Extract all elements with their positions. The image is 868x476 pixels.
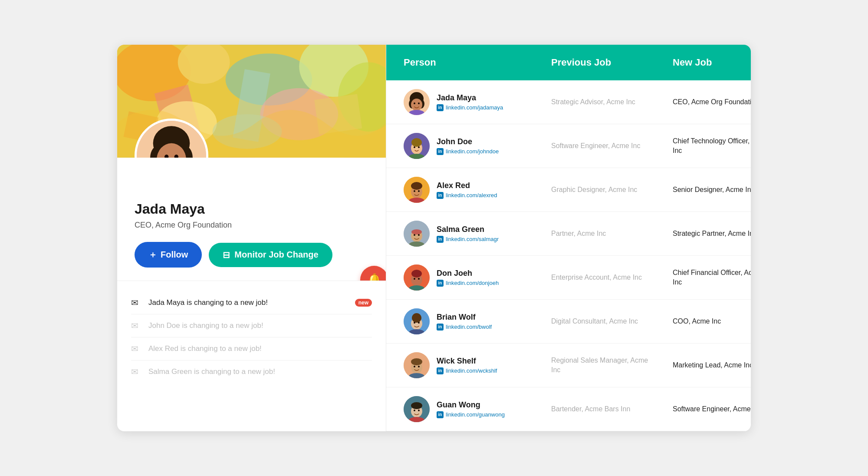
linkedin-link[interactable]: in linkedin.com/guanwong — [437, 411, 505, 418]
person-name: Wick Shelf — [437, 357, 497, 366]
svg-point-41 — [418, 190, 420, 192]
svg-point-65 — [418, 366, 420, 367]
svg-point-27 — [411, 99, 422, 111]
table-row: Alex Red in linkedin.com/alexred Graphic… — [386, 168, 751, 212]
svg-point-29 — [418, 102, 420, 104]
right-panel: Person Previous Job New Job When Jada Ma… — [386, 45, 751, 431]
person-info: Guan Wong in linkedin.com/guanwong — [437, 400, 505, 418]
svg-point-71 — [418, 410, 420, 411]
person-info: Jada Maya in linkedin.com/jadamaya — [437, 93, 503, 111]
main-container: 🔔 ↗ Jada Maya CEO, Acme Org Foundation ＋… — [117, 45, 751, 431]
svg-point-35 — [418, 146, 420, 148]
notification-item-3: ✉ Alex Red is changing to a new job! — [131, 337, 372, 360]
col-person: Person — [397, 45, 544, 80]
linkedin-icon: in — [437, 104, 444, 111]
person-avatar — [404, 89, 430, 115]
svg-rect-45 — [411, 229, 422, 235]
person-info: Salma Green in linkedin.com/salmagr — [437, 225, 499, 243]
linkedin-url: linkedin.com/guanwong — [446, 411, 505, 418]
linkedin-link[interactable]: in linkedin.com/johndoe — [437, 148, 499, 155]
profile-banner — [117, 45, 386, 158]
linkedin-icon: in — [437, 192, 444, 199]
prev-job-cell: Partner, Acme Inc — [544, 220, 666, 247]
person-name: Brian Wolf — [437, 313, 492, 322]
person-cell: Jada Maya in linkedin.com/jadamaya — [397, 80, 544, 124]
new-job-cell: Strategic Partner, Acme Inc — [666, 220, 751, 247]
follow-button[interactable]: ＋ Follow — [135, 242, 202, 268]
notification-text-4: Salma Green is changing to a new job! — [148, 367, 275, 376]
notification-text-2: John Doe is changing to a new job! — [148, 321, 263, 330]
person-info: Brian Wolf in linkedin.com/bwolf — [437, 313, 492, 331]
svg-point-57 — [412, 313, 421, 323]
table-header: Person Previous Job New Job When — [386, 45, 751, 80]
table-row: Guan Wong in linkedin.com/guanwong Barte… — [386, 387, 751, 431]
prev-job-cell: Software Engineer, Acme Inc — [544, 132, 666, 159]
linkedin-icon: in — [437, 324, 444, 331]
linkedin-url: linkedin.com/donjoeh — [446, 280, 499, 286]
svg-point-40 — [414, 190, 415, 192]
notification-item-2: ✉ John Doe is changing to a new job! — [131, 314, 372, 337]
svg-point-69 — [411, 402, 422, 409]
person-avatar — [404, 396, 430, 422]
new-job-cell: Chief Technology Officer, Acme Inc — [666, 128, 751, 165]
person-name: Jada Maya — [437, 93, 503, 102]
person-name: John Doe — [437, 137, 499, 146]
new-job-cell: CEO, Acme Org Foundation — [666, 89, 751, 116]
prev-job-cell: Digital Consultant, Acme Inc — [544, 308, 666, 335]
action-buttons: ＋ Follow ⊟ Monitor Job Change — [135, 242, 368, 268]
linkedin-link[interactable]: in linkedin.com/donjoeh — [437, 280, 499, 287]
notification-text-3: Alex Red is changing to a new job! — [148, 344, 262, 353]
table-row: Brian Wolf in linkedin.com/bwolf Digital… — [386, 300, 751, 344]
table-row: Wick Shelf in linkedin.com/wckshlf Regio… — [386, 344, 751, 387]
new-job-cell: COO, Acme Inc — [666, 308, 751, 335]
svg-point-64 — [414, 366, 415, 367]
person-name: Salma Green — [437, 225, 499, 234]
profile-title: CEO, Acme Org Foundation — [135, 221, 368, 230]
linkedin-link[interactable]: in linkedin.com/bwolf — [437, 324, 492, 331]
notifications-panel: ✉ Jada Maya is changing to a new job! ne… — [117, 281, 386, 393]
prev-job-cell: Enterprise Account, Acme Inc — [544, 264, 666, 291]
linkedin-url: linkedin.com/wckshlf — [446, 367, 497, 374]
linkedin-link[interactable]: in linkedin.com/wckshlf — [437, 367, 497, 374]
table-row: Jada Maya in linkedin.com/jadamaya Strat… — [386, 80, 751, 124]
linkedin-link[interactable]: in linkedin.com/salmagr — [437, 236, 499, 243]
person-info: Don Joeh in linkedin.com/donjoeh — [437, 269, 499, 287]
linkedin-url: linkedin.com/salmagr — [446, 236, 499, 242]
person-info: Wick Shelf in linkedin.com/wckshlf — [437, 357, 497, 374]
svg-point-58 — [414, 322, 415, 324]
linkedin-icon: in — [437, 148, 444, 155]
monitor-label: Monitor Job Change — [234, 250, 318, 260]
prev-job-cell: Strategic Advisor, Acme Inc — [544, 89, 666, 116]
monitor-job-change-button[interactable]: ⊟ Monitor Job Change — [209, 243, 332, 267]
svg-point-34 — [414, 146, 415, 148]
prev-job-cell: Graphic Designer, Acme Inc — [544, 176, 666, 203]
svg-point-63 — [411, 358, 422, 365]
person-cell: Don Joeh in linkedin.com/donjoeh — [397, 256, 544, 299]
col-new-job: New Job — [666, 45, 751, 80]
svg-point-46 — [414, 234, 415, 236]
notification-item-4: ✉ Salma Green is changing to a new job! — [131, 360, 372, 383]
envelope-icon-3: ✉ — [131, 344, 141, 354]
svg-point-28 — [414, 102, 415, 104]
person-name: Don Joeh — [437, 269, 499, 278]
person-cell: Salma Green in linkedin.com/salmagr — [397, 212, 544, 255]
profile-card: 🔔 ↗ Jada Maya CEO, Acme Org Foundation ＋… — [117, 45, 386, 281]
svg-point-33 — [411, 138, 422, 147]
person-avatar — [404, 352, 430, 378]
person-info: Alex Red in linkedin.com/alexred — [437, 181, 497, 199]
linkedin-link[interactable]: in linkedin.com/alexred — [437, 192, 497, 199]
linkedin-link[interactable]: in linkedin.com/jadamaya — [437, 104, 503, 111]
svg-point-39 — [411, 182, 422, 190]
linkedin-icon: in — [437, 280, 444, 287]
notification-text-1: Jada Maya is changing to a new job! — [148, 298, 268, 307]
svg-point-47 — [418, 234, 420, 236]
person-avatar — [404, 221, 430, 247]
person-info: John Doe in linkedin.com/johndoe — [437, 137, 499, 155]
person-name: Guan Wong — [437, 400, 505, 410]
person-avatar — [404, 177, 430, 203]
person-name: Alex Red — [437, 181, 497, 190]
follow-label: Follow — [161, 250, 188, 260]
person-cell: Guan Wong in linkedin.com/guanwong — [397, 387, 544, 431]
linkedin-url: linkedin.com/jadamaya — [446, 104, 503, 111]
person-cell: John Doe in linkedin.com/johndoe — [397, 124, 544, 168]
